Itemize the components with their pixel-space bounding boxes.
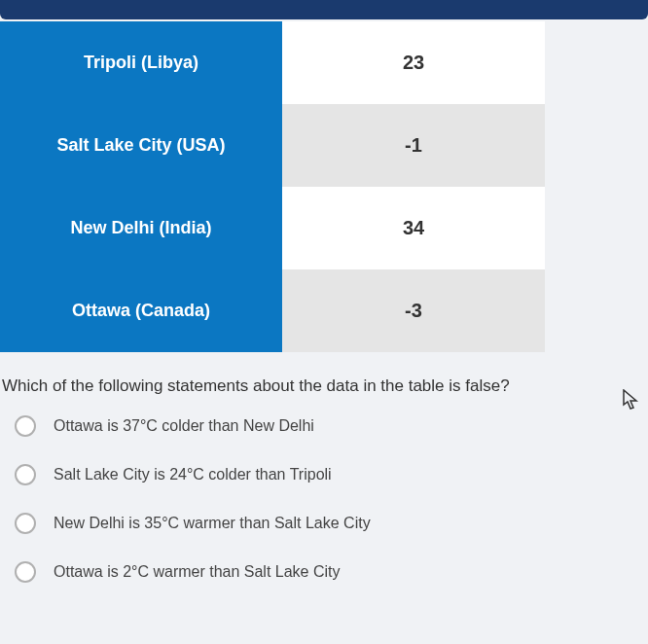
table-row-label: Tripoli (Libya) bbox=[0, 21, 282, 104]
option-label: New Delhi is 35°C warmer than Salt Lake … bbox=[54, 515, 371, 532]
table-row-value: -3 bbox=[282, 269, 545, 352]
question-text: Which of the following statements about … bbox=[0, 376, 648, 396]
radio-icon[interactable] bbox=[15, 513, 36, 534]
option-2[interactable]: Salt Lake City is 24°C colder than Tripo… bbox=[15, 464, 648, 485]
radio-icon[interactable] bbox=[15, 561, 36, 583]
table-row-value: 23 bbox=[282, 21, 545, 104]
option-label: Salt Lake City is 24°C colder than Tripo… bbox=[54, 466, 332, 483]
option-label: Ottawa is 37°C colder than New Delhi bbox=[54, 417, 314, 435]
option-4[interactable]: Ottawa is 2°C warmer than Salt Lake City bbox=[15, 561, 648, 583]
radio-icon[interactable] bbox=[15, 415, 36, 437]
city-column: Tripoli (Libya) Salt Lake City (USA) New… bbox=[0, 21, 282, 352]
table-row-value: 34 bbox=[282, 187, 545, 269]
value-column: 23 -1 34 -3 bbox=[282, 21, 545, 352]
option-1[interactable]: Ottawa is 37°C colder than New Delhi bbox=[15, 415, 648, 437]
table-row-label: Ottawa (Canada) bbox=[0, 269, 282, 352]
cursor-icon bbox=[623, 389, 640, 416]
data-table: Tripoli (Libya) Salt Lake City (USA) New… bbox=[0, 21, 545, 352]
radio-icon[interactable] bbox=[15, 464, 36, 485]
table-row-value: -1 bbox=[282, 104, 545, 187]
option-3[interactable]: New Delhi is 35°C warmer than Salt Lake … bbox=[15, 513, 648, 534]
table-row-label: Salt Lake City (USA) bbox=[0, 104, 282, 187]
option-label: Ottawa is 2°C warmer than Salt Lake City bbox=[54, 563, 341, 581]
options-group: Ottawa is 37°C colder than New Delhi Sal… bbox=[0, 415, 648, 583]
table-row-label: New Delhi (India) bbox=[0, 187, 282, 269]
header-bar bbox=[0, 0, 648, 19]
